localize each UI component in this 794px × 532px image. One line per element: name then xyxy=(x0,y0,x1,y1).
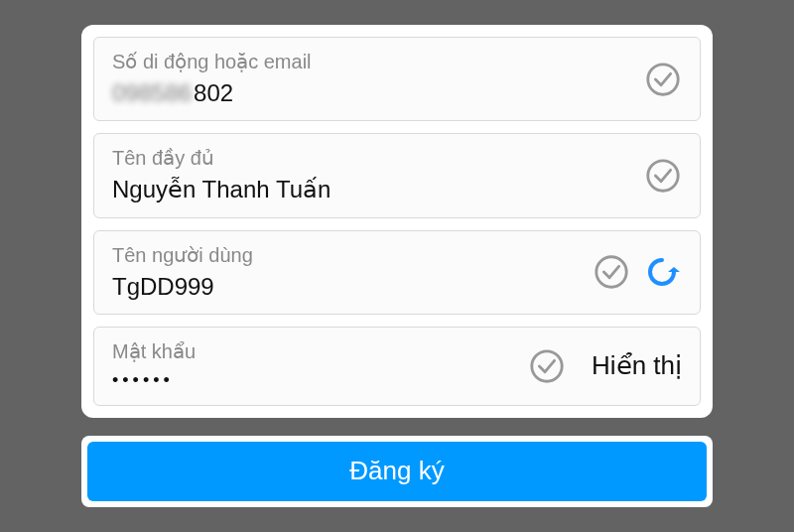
phone-email-obscured: 098586 xyxy=(112,77,192,108)
check-icon xyxy=(644,157,682,195)
svg-marker-3 xyxy=(668,267,680,272)
phone-email-field[interactable]: Số di động hoặc email 098586 802 xyxy=(93,37,701,121)
password-main: Mật khẩu •••••• xyxy=(112,339,528,392)
svg-point-0 xyxy=(648,65,678,94)
password-value: •••••• xyxy=(112,367,528,392)
phone-email-clear: 802 xyxy=(194,77,233,108)
username-value: TgDD999 xyxy=(112,271,593,302)
password-label: Mật khẩu xyxy=(112,339,528,363)
show-password-toggle[interactable]: Hiển thị xyxy=(592,350,682,381)
password-icons: Hiển thị xyxy=(528,347,682,385)
phone-email-main: Số di động hoặc email 098586 802 xyxy=(112,50,644,108)
fullname-field[interactable]: Tên đầy đủ Nguyễn Thanh Tuấn xyxy=(93,133,701,217)
check-icon xyxy=(593,253,630,291)
fullname-main: Tên đầy đủ Nguyễn Thanh Tuấn xyxy=(112,146,644,204)
svg-point-2 xyxy=(596,257,626,287)
phone-email-icons xyxy=(644,61,682,98)
username-label: Tên người dùng xyxy=(112,243,593,267)
phone-email-label: Số di động hoặc email xyxy=(112,50,644,73)
registration-card: Số di động hoặc email 098586 802 Tên đầy… xyxy=(81,25,713,418)
username-field[interactable]: Tên người dùng TgDD999 xyxy=(93,230,701,315)
username-icons xyxy=(593,252,682,292)
signup-wrap: Đăng ký xyxy=(81,436,713,507)
check-icon xyxy=(644,61,682,98)
fullname-label: Tên đầy đủ xyxy=(112,146,644,170)
password-field[interactable]: Mật khẩu •••••• Hiển thị xyxy=(93,327,701,406)
fullname-icons xyxy=(644,157,682,195)
refresh-icon[interactable] xyxy=(642,252,682,292)
check-icon xyxy=(528,347,566,385)
username-main: Tên người dùng TgDD999 xyxy=(112,243,593,302)
signup-button[interactable]: Đăng ký xyxy=(87,442,707,501)
fullname-value: Nguyễn Thanh Tuấn xyxy=(112,174,644,204)
svg-point-1 xyxy=(648,161,678,191)
svg-point-4 xyxy=(532,351,562,381)
phone-email-value: 098586 802 xyxy=(112,77,644,108)
